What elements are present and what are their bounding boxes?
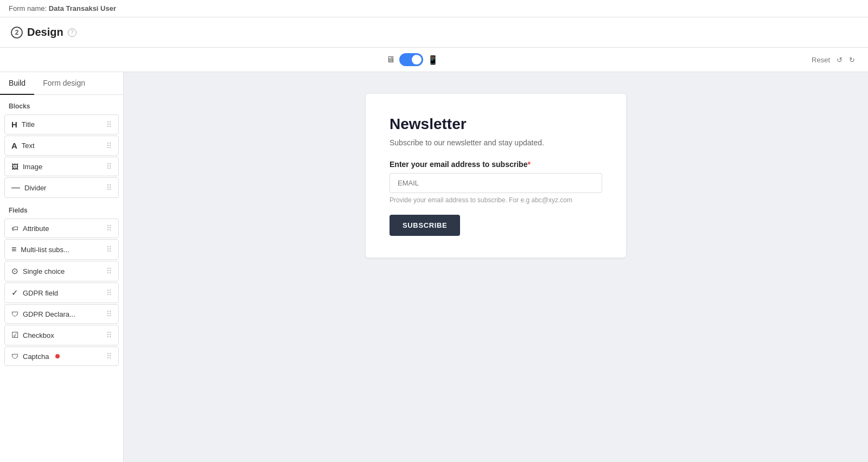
single-choice-drag-handle[interactable]: ⠿ bbox=[106, 267, 112, 275]
captcha-icon: 🛡 bbox=[11, 352, 18, 361]
gdpr-declaration-drag-handle[interactable]: ⠿ bbox=[106, 310, 112, 318]
email-input[interactable] bbox=[390, 173, 602, 193]
view-toggle[interactable]: 🖥 📱 bbox=[386, 53, 438, 66]
preview-area: Newsletter Subscribe to our newsletter a… bbox=[124, 72, 868, 462]
form-card: Newsletter Subscribe to our newsletter a… bbox=[366, 94, 626, 258]
toolbar: 🖥 📱 Reset ↺ ↻ bbox=[0, 48, 868, 72]
help-icon[interactable]: ? bbox=[68, 28, 76, 37]
checkbox-icon: ☑ bbox=[11, 330, 18, 340]
toggle-knob bbox=[412, 55, 422, 65]
subscribe-button[interactable]: SUBSCRIBE bbox=[390, 215, 460, 236]
email-field-label: Enter your email address to subscribe* bbox=[390, 160, 602, 169]
toolbar-center: 🖥 📱 bbox=[386, 53, 438, 66]
gdpr-label: GDPR field bbox=[23, 289, 58, 297]
attribute-label: Attribute bbox=[23, 224, 49, 233]
field-captcha[interactable]: 🛡 Captcha ⠿ bbox=[4, 347, 119, 366]
form-card-title: Newsletter bbox=[390, 116, 602, 133]
multi-list-icon: ≡ bbox=[11, 245, 16, 254]
main-content: Build Form design Blocks H Title ⠿ A Tex… bbox=[0, 72, 868, 462]
field-multi-list[interactable]: ≡ Multi-list subs... ⠿ bbox=[4, 239, 119, 260]
block-text[interactable]: A Text ⠿ bbox=[4, 136, 119, 156]
section-header: 2 Design ? bbox=[0, 17, 868, 48]
email-hint: Provide your email address to subscribe.… bbox=[390, 196, 602, 204]
field-gdpr-declaration[interactable]: 🛡 GDPR Declara... ⠿ bbox=[4, 304, 119, 324]
field-attribute[interactable]: 🏷 Attribute ⠿ bbox=[4, 219, 119, 238]
tab-build[interactable]: Build bbox=[0, 72, 34, 95]
gdpr-drag-handle[interactable]: ⠿ bbox=[106, 288, 112, 297]
text-label: Text bbox=[22, 142, 35, 150]
multi-list-label: Multi-list subs... bbox=[21, 246, 69, 254]
form-name-label: Form name: bbox=[9, 4, 47, 12]
form-card-subtitle: Subscribe to our newsletter and stay upd… bbox=[390, 138, 602, 147]
gdpr-declaration-label: GDPR Declara... bbox=[23, 310, 75, 318]
tab-form-design[interactable]: Form design bbox=[34, 72, 94, 95]
gdpr-declaration-icon: 🛡 bbox=[11, 310, 18, 318]
redo-button[interactable]: ↻ bbox=[849, 56, 855, 64]
fields-section-label: Fields bbox=[0, 199, 123, 217]
image-label: Image bbox=[23, 163, 42, 171]
field-gdpr[interactable]: ✓ GDPR field ⠿ bbox=[4, 283, 119, 303]
block-image[interactable]: 🖼 Image ⠿ bbox=[4, 157, 119, 176]
image-icon: 🖼 bbox=[11, 163, 18, 171]
captcha-required-badge bbox=[55, 354, 60, 358]
attribute-icon: 🏷 bbox=[11, 224, 18, 233]
required-star: * bbox=[527, 160, 530, 169]
block-title[interactable]: H Title ⠿ bbox=[4, 114, 119, 134]
undo-button[interactable]: ↺ bbox=[837, 56, 843, 64]
text-icon: A bbox=[11, 141, 17, 150]
mobile-icon: 📱 bbox=[427, 55, 438, 65]
toggle-switch[interactable] bbox=[399, 53, 423, 66]
form-name-value: Data Transaksi User bbox=[49, 4, 116, 12]
title-icon: H bbox=[11, 120, 17, 129]
desktop-icon: 🖥 bbox=[386, 55, 395, 65]
checkbox-drag-handle[interactable]: ⠿ bbox=[106, 331, 112, 339]
single-choice-label: Single choice bbox=[23, 267, 65, 275]
text-drag-handle[interactable]: ⠿ bbox=[106, 142, 112, 150]
block-divider[interactable]: — Divider ⠿ bbox=[4, 177, 119, 198]
multi-list-drag-handle[interactable]: ⠿ bbox=[106, 245, 112, 254]
divider-icon: — bbox=[11, 183, 20, 193]
toolbar-right: Reset ↺ ↻ bbox=[812, 56, 855, 64]
checkbox-label: Checkbox bbox=[23, 331, 54, 339]
top-bar: Form name: Data Transaksi User bbox=[0, 0, 868, 17]
single-choice-icon: ⊙ bbox=[11, 266, 18, 276]
field-single-choice[interactable]: ⊙ Single choice ⠿ bbox=[4, 261, 119, 281]
gdpr-icon: ✓ bbox=[11, 288, 18, 298]
captcha-label: Captcha bbox=[23, 352, 49, 361]
section-title: Design bbox=[27, 26, 63, 39]
divider-label: Divider bbox=[24, 184, 46, 192]
left-panel: Build Form design Blocks H Title ⠿ A Tex… bbox=[0, 72, 124, 462]
blocks-section-label: Blocks bbox=[0, 95, 123, 113]
captcha-drag-handle[interactable]: ⠿ bbox=[106, 352, 112, 361]
section-number: 2 bbox=[11, 27, 23, 39]
divider-drag-handle[interactable]: ⠿ bbox=[106, 183, 112, 192]
title-label: Title bbox=[22, 120, 35, 129]
title-drag-handle[interactable]: ⠿ bbox=[106, 120, 112, 129]
tabs: Build Form design bbox=[0, 72, 123, 95]
reset-button[interactable]: Reset bbox=[812, 56, 830, 64]
field-checkbox[interactable]: ☑ Checkbox ⠿ bbox=[4, 325, 119, 345]
attribute-drag-handle[interactable]: ⠿ bbox=[106, 224, 112, 233]
image-drag-handle[interactable]: ⠿ bbox=[106, 162, 112, 171]
